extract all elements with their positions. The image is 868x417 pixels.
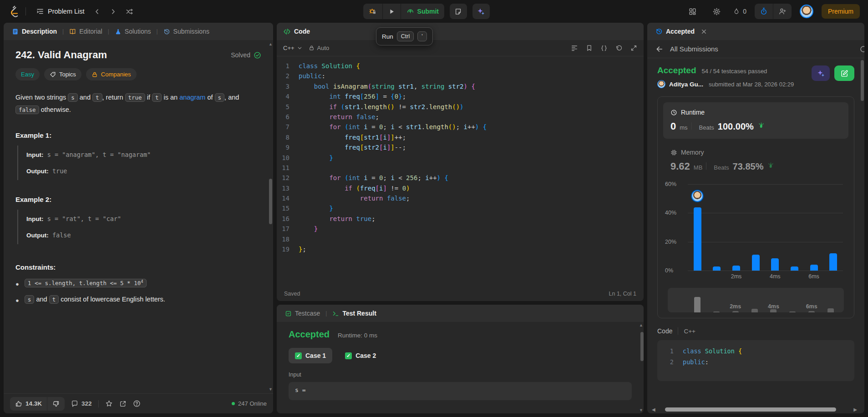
runtime-bar[interactable] [791,266,798,271]
minimap-bar [713,311,720,312]
tab-accepted-submission[interactable]: Accepted [654,26,696,37]
scroll-up-arrow[interactable]: ▲ [639,323,643,327]
like-button[interactable]: 14.3K [10,397,47,411]
flask-icon [115,28,122,35]
all-submissions-label[interactable]: All Submissions [670,45,718,53]
favorite-button[interactable] [105,400,113,407]
runtime-label: Runtime [681,109,705,116]
topics-badge[interactable]: Topics [44,68,81,80]
share-solution-button[interactable] [834,65,854,81]
braces-icon[interactable] [600,45,608,52]
ai-analyze-button[interactable] [812,65,830,81]
chevron-right-icon [110,8,117,15]
scroll-down-arrow[interactable]: ▼ [269,387,273,392]
chart-plot-area[interactable]: 60%40%20%0% [688,184,843,271]
runtime-bar[interactable] [713,266,721,271]
problem-list-button[interactable]: Problem List [32,5,88,18]
case-2-tab[interactable]: ✓ Case 2 [339,348,382,363]
tab-description[interactable]: Description [10,26,59,37]
back-arrow-icon[interactable] [655,45,664,53]
runtime-metric[interactable]: Runtime 0 ms Beats 100.00% [663,102,848,139]
tab-description-label: Description [22,28,57,35]
topics-label: Topics [59,71,76,78]
user-avatar[interactable] [800,5,813,18]
problem-title: 242. Valid Anagram [15,49,107,61]
memory-metric[interactable]: Memory 9.62 MB Beats 73.85% [663,139,848,174]
tab-test-result[interactable]: Test Result [330,308,378,319]
book-icon [69,28,76,35]
companies-badge[interactable]: Companies [86,68,137,80]
help-button[interactable] [133,400,141,407]
runtime-bar[interactable] [810,265,818,271]
user-result-marker[interactable] [691,190,703,202]
case-1-tab[interactable]: ✓ Case 1 [289,348,332,363]
layout-grid-icon[interactable] [685,5,700,19]
auto-toggle[interactable]: Auto [309,45,330,51]
run-button[interactable] [382,4,401,19]
runtime-bar[interactable] [694,207,701,271]
share-button[interactable] [119,400,127,407]
debug-button[interactable] [363,4,382,19]
tab-testcase[interactable]: Testcase [283,308,322,319]
streak-indicator[interactable]: 0 [733,7,746,15]
scroll-right-arrow[interactable]: ▶ [853,407,857,412]
ai-assistant-button[interactable] [472,4,490,19]
close-tab-icon[interactable] [701,29,707,35]
description-scrollbar[interactable] [269,179,272,224]
case-pass-icon: ✓ [345,352,352,359]
expand-icon[interactable] [630,45,637,51]
code-line: 19}; [277,244,644,254]
runtime-bar[interactable] [752,255,760,271]
scroll-down-arrow[interactable]: ▼ [639,408,643,412]
scroll-left-arrow[interactable]: ◀ [652,407,655,412]
middle-column: Code C++ Auto [277,23,644,413]
language-select[interactable]: C++ [283,45,302,51]
memory-chip-icon [670,149,677,156]
code-editor[interactable]: 1class Solution {2public:3 bool isAnagra… [277,56,644,286]
scroll-up-arrow[interactable]: ▲ [269,42,273,46]
runtime-bar[interactable] [732,266,740,271]
next-problem-button[interactable] [106,5,120,18]
runtime-bar[interactable] [771,258,779,271]
runtime-bar[interactable] [829,253,837,271]
example-2-output: false [52,231,71,239]
submitted-code-preview[interactable]: 1class Solution {2public: [657,340,854,381]
tab-editorial[interactable]: Editorial [67,26,104,37]
notes-button[interactable] [450,4,467,19]
testcase-input-field[interactable]: s = [289,382,632,400]
tab-solutions-label: Solutions [125,28,151,35]
refresh-icon[interactable] [859,45,864,53]
tab-separator: | [325,310,327,317]
tab-solutions[interactable]: Solutions [113,26,153,37]
premium-button[interactable]: Premium [822,4,860,19]
chart-minimap[interactable]: 2ms4ms6ms [668,288,844,312]
leetcode-logo[interactable] [8,5,19,17]
hscroll-track[interactable] [657,407,852,412]
dislike-button[interactable] [47,397,65,411]
prev-problem-button[interactable] [90,5,104,18]
testcase-scrollbar[interactable] [640,332,644,361]
settings-gear-icon[interactable] [709,5,725,19]
comments-button[interactable]: 322 [71,400,92,407]
problem-statement: Given two strings s and t, return true i… [15,91,261,116]
difficulty-badge[interactable]: Easy [15,68,40,80]
history-icon [163,28,170,35]
collaborate-button[interactable] [773,4,792,19]
minimap-labels: 2ms4ms6ms [688,303,840,311]
author-name[interactable]: Aditya Gu... [669,81,703,88]
submission-result-panel: Accepted All Submissions [647,23,864,413]
hscroll-thumb[interactable] [665,407,836,412]
random-problem-button[interactable] [122,5,137,18]
anagram-link[interactable]: anagram [179,94,205,101]
format-code-icon[interactable] [571,45,578,52]
timer-button[interactable] [755,4,773,19]
submit-button[interactable]: Submit [401,4,444,19]
reset-code-icon[interactable] [615,45,623,52]
tab-submissions[interactable]: Submissions [162,26,211,37]
all-submissions-bar: All Submissions [647,40,864,58]
code-panel-tab[interactable]: Code [283,28,310,35]
code-line: 8 freq[str1[i]]++; [277,132,644,142]
result-scrollbar[interactable] [861,60,864,101]
cursor-position: Ln 1, Col 1 [609,291,636,297]
bookmark-icon[interactable] [586,45,593,51]
